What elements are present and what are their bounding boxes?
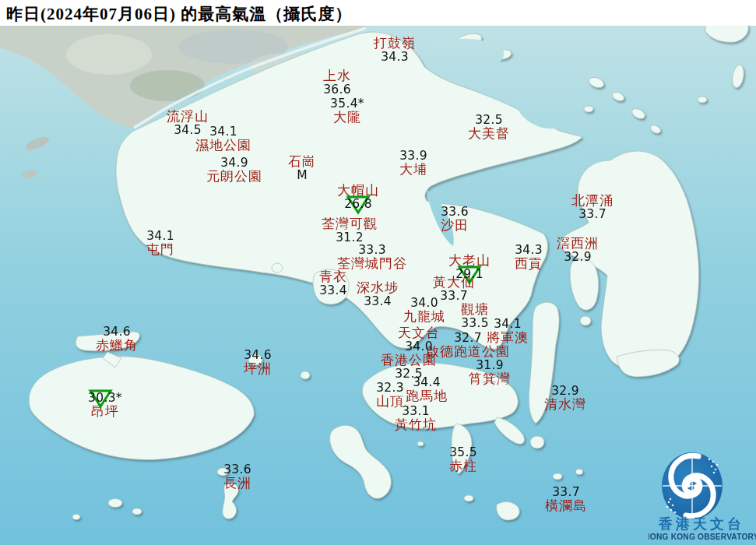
station-labels: 打鼓嶺34.3上水36.635.4*大隴流浮山34.534.1濕地公園34.9元… [0, 0, 756, 545]
station-name: 啟德跑道公園 [426, 344, 510, 359]
station-name: 石崗 [288, 154, 316, 169]
station-label: 34.0九龍城 [403, 297, 445, 324]
station-label: 30.3*昂坪 [88, 392, 122, 419]
station-value: 35.5 [449, 445, 477, 459]
station-value: 32.5 [475, 113, 503, 127]
station-label: 青衣33.4 [319, 269, 347, 297]
station-value: 34.3 [381, 50, 409, 64]
station-name: 香港公園 [381, 353, 437, 367]
station-value: 33.6 [223, 462, 251, 476]
station-name: 沙田 [441, 218, 469, 233]
station-value: 32.3 [376, 381, 404, 395]
station-value: 33.9 [399, 149, 427, 163]
station-value: 33.1 [402, 404, 430, 418]
station-label: 荃灣可觀31.2 [322, 216, 378, 244]
station-name: 筲箕灣 [469, 371, 511, 386]
station-name: 西貢 [515, 256, 543, 271]
station-label: 33.9大埔 [399, 149, 427, 177]
station-value: 34.1 [209, 125, 237, 139]
station-label: 32.5大美督 [468, 114, 510, 141]
station-label: 34.4跑馬地 [406, 376, 448, 403]
station-label: 大帽山26.8 [337, 183, 379, 210]
station-value: 33.4 [319, 283, 347, 297]
station-name: 北潭涌 [571, 193, 614, 208]
station-name: 大美督 [468, 126, 510, 141]
station-label: 打鼓嶺34.3 [374, 36, 416, 63]
station-label: 33.6長洲 [223, 463, 251, 490]
station-name: 黃竹坑 [395, 417, 437, 432]
station-value: 34.1 [146, 229, 174, 243]
station-name: 觀塘 [461, 302, 489, 317]
station-value: 33.3 [358, 243, 386, 257]
station-name: 打鼓嶺 [374, 36, 416, 51]
station-label: 33.1黃竹坑 [395, 405, 437, 432]
station-label: 35.4*大隴 [330, 97, 364, 125]
station-label: 32.9清水灣 [544, 385, 586, 412]
station-value: 34.1 [494, 317, 522, 331]
station-name: 濕地公園 [195, 138, 251, 153]
station-value: 32.9 [551, 384, 579, 398]
station-label: 34.6赤鱲角 [96, 325, 138, 353]
station-name: 深水埗 [357, 280, 399, 295]
station-value: 34.0 [410, 296, 438, 310]
station-name: 荃灣可觀 [322, 216, 378, 231]
station-value: 32.7 [454, 331, 482, 345]
station-label: 觀塘33.5 [461, 302, 489, 329]
station-value: 26.8 [344, 197, 372, 211]
station-value: M [297, 168, 308, 182]
station-label: 滘西洲32.9 [557, 236, 599, 263]
station-label: 33.7橫瀾島 [545, 486, 587, 513]
station-label: 34.1屯門 [146, 230, 174, 257]
hko-logo-title-zh: 香港天文台 [658, 516, 744, 532]
station-label: 35.5赤柱 [449, 446, 477, 473]
station-value: 35.4* [330, 97, 364, 111]
station-label: 31.9筲箕灣 [469, 359, 511, 386]
station-label: 北潭涌33.7 [571, 193, 614, 220]
hko-logo: 香港天文台 HONG KONG OBSERVATORY [649, 448, 756, 545]
station-name: 青衣 [319, 269, 347, 284]
station-name: 屯門 [146, 242, 174, 257]
station-label: 34.1濕地公園 [195, 125, 251, 153]
station-name: 赤鱲角 [96, 338, 138, 353]
station-label: 34.3西貢 [515, 244, 543, 271]
hko-logo-title-en: HONG KONG OBSERVATORY [649, 533, 756, 541]
station-name: 上水 [323, 69, 351, 83]
station-value: 34.9 [220, 156, 248, 170]
station-value: 33.7 [552, 485, 580, 499]
station-name: 大埔 [399, 162, 427, 177]
station-value: 33.4 [364, 294, 392, 308]
station-value: 34.4 [413, 375, 441, 389]
station-value: 30.3* [88, 391, 122, 405]
station-name: 跑馬地 [406, 389, 448, 403]
station-name: 長洲 [223, 476, 251, 490]
hko-temperature-map: 昨日(2024年07月06日) 的最高氣溫（攝氏度） 打鼓嶺34.3上水36.6… [0, 0, 756, 545]
station-value: 36.6 [323, 83, 351, 97]
station-label: 34.9元朗公園 [206, 156, 262, 184]
station-value: 31.9 [476, 358, 504, 372]
station-value: 34.6 [244, 348, 272, 362]
station-value: 34.6 [103, 325, 131, 339]
station-name: 黃大仙 [433, 275, 475, 290]
station-label: 上水36.6 [323, 69, 351, 96]
station-value: 33.5 [461, 316, 489, 330]
station-name: 滘西洲 [557, 236, 599, 251]
station-label: 33.3荃灣城門谷 [337, 244, 407, 271]
station-name: 流浮山 [167, 109, 209, 124]
station-name: 清水灣 [544, 397, 586, 412]
station-name: 九龍城 [403, 309, 445, 324]
station-value: 34.3 [515, 243, 543, 257]
station-value: 33.7 [578, 207, 607, 221]
station-name: 橫瀾島 [545, 498, 587, 513]
station-name: 赤柱 [449, 459, 477, 473]
station-label: 33.6沙田 [441, 206, 469, 233]
station-value: 32.9 [564, 250, 592, 264]
station-name: 坪洲 [244, 361, 272, 376]
station-label: 石崗M [288, 154, 316, 181]
station-label: 深水埗33.4 [357, 280, 399, 308]
station-name: 大隴 [330, 110, 364, 125]
station-label: 32.7啟德跑道公園 [426, 332, 510, 359]
station-name: 元朗公園 [206, 169, 262, 184]
station-label: 34.6坪洲 [244, 349, 272, 376]
station-name: 荃灣城門谷 [337, 256, 407, 271]
station-value: 33.6 [441, 205, 469, 219]
